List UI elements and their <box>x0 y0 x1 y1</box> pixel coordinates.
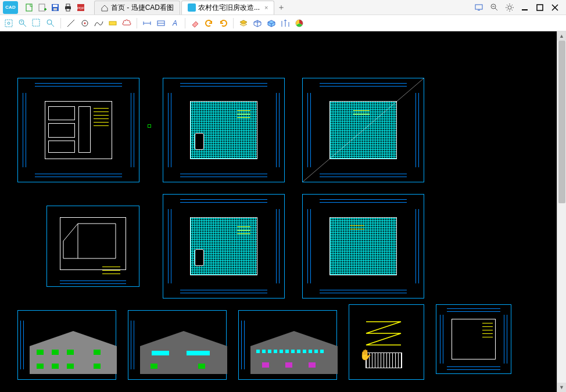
drawing-sheet <box>302 194 424 299</box>
svg-rect-27 <box>537 5 543 10</box>
svg-rect-30 <box>5 20 12 27</box>
svg-text:PDF: PDF <box>77 6 84 10</box>
arrange-button[interactable] <box>279 17 292 30</box>
svg-point-40 <box>84 22 86 24</box>
svg-rect-6 <box>53 8 57 10</box>
svg-line-24 <box>507 9 508 10</box>
svg-line-16 <box>495 8 497 10</box>
drawing-sheet <box>17 78 139 182</box>
svg-line-38 <box>67 20 74 27</box>
zoom-realtime-button[interactable] <box>44 17 57 30</box>
doc-tab-icon <box>188 3 196 12</box>
erase-button[interactable] <box>189 17 202 30</box>
monitor-icon[interactable] <box>474 2 485 13</box>
svg-point-31 <box>8 22 10 24</box>
svg-line-33 <box>23 24 26 27</box>
svg-line-37 <box>51 24 54 27</box>
zoom-out-icon[interactable] <box>489 2 500 13</box>
tab-close-button[interactable]: × <box>264 4 268 11</box>
isometric-button[interactable] <box>251 17 264 30</box>
svg-rect-0 <box>26 4 32 11</box>
layers-button[interactable] <box>237 17 250 30</box>
svg-rect-9 <box>66 9 70 11</box>
home-icon <box>101 3 109 12</box>
svg-rect-35 <box>33 19 40 26</box>
tab-doc-label: 农村住宅旧房改造... <box>198 3 260 13</box>
print-icon[interactable] <box>63 2 73 13</box>
undo-button[interactable] <box>203 17 216 30</box>
selection-marker <box>148 124 151 128</box>
3d-view-button[interactable] <box>265 17 278 30</box>
colors-button[interactable] <box>293 17 306 30</box>
app-logo: CAD <box>0 0 21 15</box>
svg-rect-41 <box>109 21 116 25</box>
drawing-sheet <box>17 310 116 380</box>
drawing-sheet <box>436 304 511 374</box>
dim-aligned-button[interactable] <box>155 17 167 30</box>
drawing-sheet <box>349 304 424 380</box>
scroll-down-button[interactable]: ▼ <box>557 383 566 392</box>
scroll-up-button[interactable]: ▲ <box>557 31 566 41</box>
tab-home[interactable]: 首页 - 迅捷CAD看图 <box>94 1 180 15</box>
tab-document[interactable]: 农村住宅旧房改造... × <box>181 1 274 15</box>
zoom-extents-button[interactable] <box>2 17 15 30</box>
pdf-icon[interactable]: PDF <box>76 2 86 13</box>
svg-text:+: + <box>20 20 23 24</box>
svg-point-17 <box>508 6 511 9</box>
titlebar: CAD PDF 首页 - 迅捷CAD看图 农村住宅旧房改造... × ＋ <box>0 0 566 15</box>
drawing-sheet <box>46 206 139 287</box>
svg-line-23 <box>512 9 513 10</box>
quick-access-toolbar: PDF <box>21 2 89 13</box>
svg-rect-5 <box>53 5 58 7</box>
window-controls <box>474 2 566 13</box>
close-button[interactable] <box>550 2 560 13</box>
drawing-sheet <box>128 310 227 380</box>
maximize-button[interactable] <box>535 2 545 13</box>
svg-rect-1 <box>39 4 45 11</box>
polyline-tool-button[interactable] <box>92 17 105 30</box>
zoom-select-button[interactable] <box>30 17 43 30</box>
save-icon[interactable] <box>50 2 60 13</box>
svg-line-22 <box>507 5 508 6</box>
drawing-sheet <box>302 78 424 182</box>
tab-bar: 首页 - 迅捷CAD看图 农村住宅旧房改造... × ＋ <box>94 0 287 15</box>
zoom-window-button[interactable]: + <box>16 17 29 30</box>
revcloud-tool-button[interactable] <box>120 17 133 30</box>
drawing-sheet <box>238 310 337 380</box>
redo-button[interactable] <box>217 17 230 30</box>
svg-point-36 <box>47 20 52 24</box>
drawing-sheet <box>163 194 285 299</box>
text-tool-button[interactable]: A <box>169 17 181 30</box>
svg-rect-8 <box>66 4 70 6</box>
add-file-icon[interactable] <box>37 2 48 13</box>
settings-icon[interactable] <box>504 2 515 13</box>
circle-tool-button[interactable] <box>78 17 91 30</box>
drawing-sheet <box>163 78 285 182</box>
highlight-tool-button[interactable] <box>106 17 119 30</box>
new-tab-button[interactable]: ＋ <box>275 2 287 13</box>
svg-text:A: A <box>172 19 177 27</box>
drawing-canvas[interactable]: ✋ <box>0 31 566 392</box>
minimize-button[interactable] <box>520 2 530 13</box>
logo-icon: CAD <box>3 1 18 14</box>
line-tool-button[interactable] <box>65 17 77 30</box>
tab-home-label: 首页 - 迅捷CAD看图 <box>111 3 174 13</box>
svg-rect-13 <box>478 10 480 10</box>
svg-line-57 <box>303 78 424 182</box>
svg-line-25 <box>512 5 513 6</box>
main-toolbar: + A <box>0 15 566 31</box>
scroll-thumb[interactable] <box>558 41 565 203</box>
vertical-scrollbar[interactable]: ▲ ▼ <box>557 31 566 392</box>
new-file-icon[interactable] <box>24 2 35 13</box>
svg-rect-12 <box>475 5 482 9</box>
dimension-button[interactable] <box>141 17 153 30</box>
